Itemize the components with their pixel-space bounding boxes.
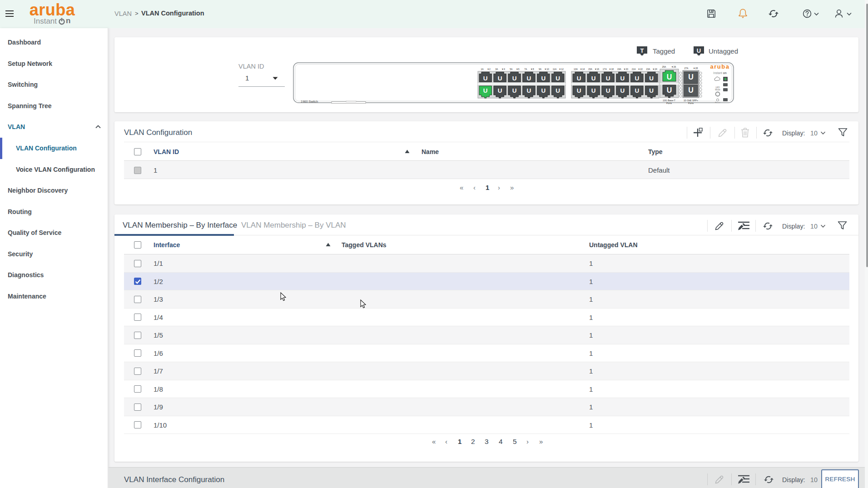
svg-text:U: U: [606, 87, 610, 94]
svg-text:21A: 21A: [632, 68, 636, 70]
svg-text:▼20: ▼20: [623, 68, 628, 70]
svg-text:5A: 5A: [510, 68, 513, 70]
svg-text:U: U: [577, 75, 581, 82]
svg-text:aruba: aruba: [710, 63, 730, 70]
svg-text:U: U: [649, 87, 654, 94]
svg-text:13A: 13A: [574, 68, 578, 70]
svg-text:U: U: [649, 75, 654, 82]
svg-text:U: U: [483, 75, 488, 82]
svg-text:1960 Switch: 1960 Switch: [301, 100, 318, 103]
svg-text:U: U: [688, 86, 694, 94]
svg-text:9A: 9A: [539, 68, 542, 70]
svg-text:U: U: [556, 87, 560, 94]
svg-text:U: U: [697, 47, 701, 54]
svg-text:U: U: [620, 87, 625, 94]
svg-text:▼10: ▼10: [544, 68, 549, 70]
svg-text:Ports: Ports: [688, 102, 694, 105]
svg-text:U: U: [606, 75, 610, 82]
svg-text:U: U: [635, 75, 639, 82]
svg-text:25A: 25A: [662, 65, 667, 68]
svg-text:23A: 23A: [646, 68, 651, 70]
svg-text:27A: 27A: [684, 67, 689, 70]
svg-text:U: U: [541, 87, 546, 94]
svg-text:▼26: ▼26: [671, 65, 676, 68]
svg-text:▼12: ▼12: [559, 68, 564, 70]
svg-text:U: U: [688, 73, 694, 81]
svg-text:U: U: [577, 87, 581, 94]
svg-text:U: U: [620, 75, 625, 82]
svg-text:U: U: [667, 73, 672, 81]
svg-text:U: U: [556, 75, 560, 82]
svg-text:▼2: ▼2: [487, 68, 491, 70]
svg-text:▼28: ▼28: [693, 67, 698, 70]
svg-text:7A: 7A: [524, 68, 527, 70]
svg-text:▼16: ▼16: [595, 68, 600, 70]
svg-text:U: U: [635, 87, 639, 94]
svg-text:Reset: Reset: [715, 101, 720, 104]
svg-text:U: U: [667, 86, 672, 94]
svg-text:Ports: Ports: [666, 102, 672, 105]
svg-text:1A: 1A: [481, 68, 484, 70]
svg-text:15A: 15A: [588, 68, 593, 70]
svg-text:▼18: ▼18: [609, 68, 614, 70]
svg-text:▼8: ▼8: [531, 68, 534, 70]
svg-text:U: U: [498, 87, 502, 94]
svg-text:T: T: [640, 47, 644, 54]
svg-text:U: U: [591, 75, 596, 82]
svg-text:▼6: ▼6: [516, 68, 520, 70]
svg-text:Instant on: Instant on: [713, 71, 726, 75]
svg-text:▼24: ▼24: [652, 68, 657, 70]
svg-text:17A: 17A: [603, 68, 607, 70]
svg-text:U: U: [591, 87, 596, 94]
svg-text:U: U: [483, 87, 488, 94]
svg-text:3A: 3A: [495, 68, 498, 70]
svg-text:11A: 11A: [553, 68, 557, 70]
svg-text:▼4: ▼4: [501, 68, 505, 70]
svg-text:U: U: [527, 87, 531, 94]
svg-text:U: U: [512, 87, 517, 94]
svg-text:▼14: ▼14: [580, 68, 585, 70]
svg-text:19A: 19A: [617, 68, 622, 70]
svg-text:U: U: [498, 75, 502, 82]
svg-text:U: U: [527, 75, 531, 82]
svg-text:U: U: [541, 75, 546, 82]
svg-text:▼22: ▼22: [638, 68, 643, 70]
svg-text:U: U: [512, 75, 517, 82]
svg-text:Mode: Mode: [715, 89, 720, 91]
